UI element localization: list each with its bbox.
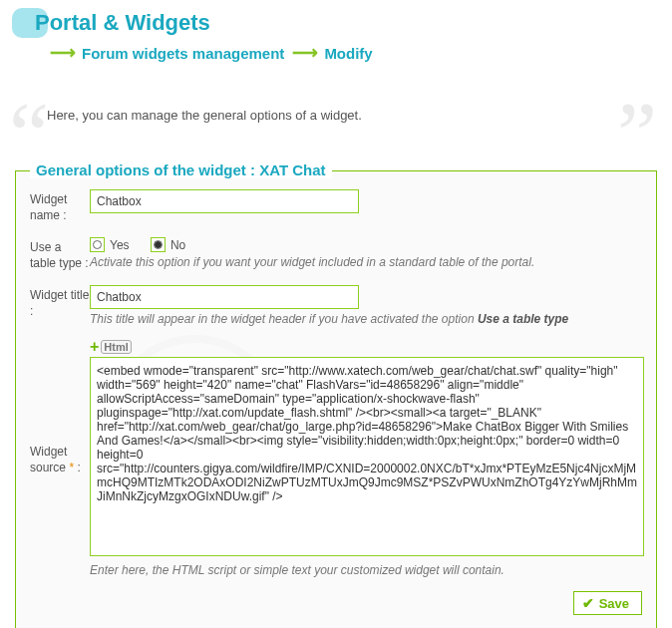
radio-yes-label: Yes: [110, 238, 130, 252]
page-title: Portal & Widgets: [35, 10, 657, 36]
widget-title-row: Widget title : This title will appear in…: [30, 285, 642, 326]
general-options-fieldset: General options of the widget : XAT Chat…: [15, 170, 657, 628]
widget-title-hint-bold: Use a table type: [478, 312, 568, 326]
save-button[interactable]: ✔ Save: [573, 591, 642, 615]
widget-name-row: Widget name :: [30, 189, 642, 223]
widget-source-label-text: Widget source: [30, 445, 67, 474]
widget-title-input[interactable]: [90, 285, 359, 309]
page-header: Portal & Widgets ⟶ Forum widgets managem…: [15, 10, 657, 64]
widget-title-hint: This title will appear in the widget hea…: [90, 312, 642, 326]
widget-name-label: Widget name :: [30, 189, 90, 223]
html-mode-button[interactable]: + Html: [90, 340, 132, 354]
widget-source-hint: Enter here, the HTML script or simple te…: [90, 563, 644, 577]
table-type-label: Use a table type :: [30, 237, 90, 271]
check-icon: ✔: [582, 595, 594, 611]
widget-title-hint-text: This title will appear in the widget hea…: [90, 312, 478, 326]
table-type-hint: Activate this option if you want your wi…: [90, 255, 642, 269]
required-mark: *: [69, 461, 74, 474]
arrow-icon: ⟶: [292, 42, 316, 64]
table-type-no-radio[interactable]: No: [151, 237, 185, 252]
fieldset-legend: General options of the widget : XAT Chat: [30, 161, 332, 178]
html-badge-label: Html: [101, 340, 131, 354]
widget-name-input[interactable]: [90, 189, 359, 213]
widget-source-label: Widget source * :: [30, 442, 90, 475]
breadcrumb-item[interactable]: Forum widgets management: [82, 45, 284, 62]
plus-icon: +: [90, 343, 99, 351]
intro-text: Here, you can manage the general options…: [37, 100, 635, 131]
actions-row: ✔ Save: [30, 591, 642, 615]
table-type-row: Use a table type : Yes No Activate this …: [30, 237, 642, 271]
widget-source-textarea[interactable]: [90, 357, 644, 556]
save-button-label: Save: [599, 596, 629, 611]
widget-source-row: Widget source * : + Html Enter here, the…: [30, 340, 642, 577]
table-type-yes-radio[interactable]: Yes: [90, 237, 130, 252]
breadcrumb: ⟶ Forum widgets management ⟶ Modify: [50, 42, 657, 64]
arrow-icon: ⟶: [50, 42, 74, 64]
radio-no-label: No: [170, 238, 185, 252]
breadcrumb-item[interactable]: Modify: [324, 45, 372, 62]
widget-title-label: Widget title :: [30, 285, 90, 319]
intro-block: “ ” Here, you can manage the general opt…: [15, 82, 657, 149]
